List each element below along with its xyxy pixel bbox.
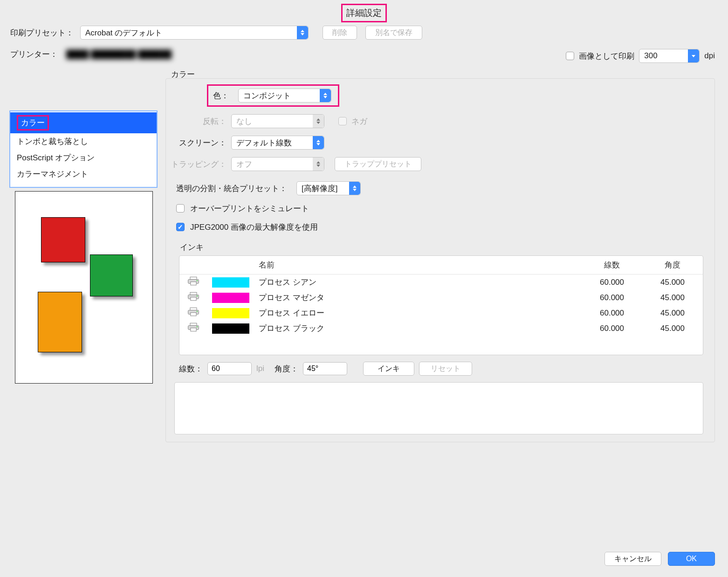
ink-swatch	[212, 308, 249, 318]
dialog-footer: キャンセル OK	[604, 552, 715, 566]
printer-icon	[187, 310, 200, 319]
color-select-highlight: 色： コンポジット	[207, 84, 339, 107]
flatten-select[interactable]: [高解像度]	[296, 181, 361, 195]
sidebar-item-postscript[interactable]: PostScript オプション	[10, 150, 157, 166]
svg-rect-2	[191, 282, 196, 285]
ink-table-container: 名前 線数 角度 プロセス シアン60.00045.000プロセス マゼンタ60…	[179, 255, 703, 355]
ink-name: プロセス イエロー	[254, 305, 582, 321]
sidebar-item-color[interactable]: カラー	[10, 112, 157, 133]
svg-rect-8	[190, 308, 197, 310]
preset-select[interactable]: Acrobat のデフォルト	[80, 26, 309, 40]
printer-name: ████ ████████ ██████	[66, 50, 172, 59]
message-box	[174, 382, 703, 434]
chevron-updown-icon	[320, 89, 331, 102]
trapping-select: オフ	[231, 157, 324, 171]
col-freq: 線数	[582, 256, 642, 275]
printer-row: プリンター： ████ ████████ ██████	[10, 49, 172, 60]
jpeg2000-checkbox[interactable]	[176, 223, 185, 231]
ink-name: プロセス シアン	[254, 275, 582, 290]
freq-input[interactable]	[207, 362, 252, 375]
preview-thumbnail	[15, 191, 153, 384]
printer-icon	[187, 325, 200, 334]
svg-rect-12	[190, 323, 197, 325]
preview-orange-rect	[38, 292, 82, 352]
print-as-image-row: 画像として印刷 300 dpi	[566, 49, 715, 63]
ink-button[interactable]: インキ	[363, 362, 414, 376]
ink-freq: 60.000	[582, 305, 642, 321]
color-value: コンポジット	[243, 90, 291, 101]
dpi-value: 300	[644, 51, 657, 61]
invert-value: なし	[236, 116, 252, 127]
sidebar-item-marks[interactable]: トンボと裁ち落とし	[10, 133, 157, 150]
angle-input[interactable]	[303, 362, 347, 375]
sidebar-list: カラー トンボと裁ち落とし PostScript オプション カラーマネジメント	[9, 110, 158, 188]
col-angle: 角度	[642, 256, 703, 275]
screen-label: スクリーン：	[166, 137, 231, 148]
trapping-value: オフ	[236, 159, 252, 170]
svg-point-3	[197, 280, 198, 281]
ink-angle: 45.000	[642, 305, 703, 321]
ok-button[interactable]: OK	[668, 552, 715, 566]
sidebar-item-colormgmt[interactable]: カラーマネジメント	[10, 166, 157, 182]
cancel-button[interactable]: キャンセル	[604, 552, 661, 566]
angle-label: 角度：	[275, 364, 298, 374]
overprint-checkbox[interactable]	[176, 204, 185, 213]
svg-rect-14	[191, 328, 196, 331]
overprint-label: オーバープリントをシミュレート	[190, 203, 309, 214]
trapping-label: トラッピング：	[166, 159, 231, 170]
preset-label: 印刷プリセット：	[10, 27, 74, 38]
ink-freq: 60.000	[582, 321, 642, 336]
ink-swatch	[212, 293, 249, 303]
ink-angle: 45.000	[642, 275, 703, 290]
reset-button: リセット	[419, 362, 472, 376]
svg-point-11	[197, 311, 198, 312]
ink-angle: 45.000	[642, 321, 703, 336]
chevron-updown-icon	[313, 115, 324, 128]
chevron-down-icon	[688, 49, 699, 62]
trap-preset-button: トラッププリセット	[335, 157, 421, 171]
ink-freq: 60.000	[582, 275, 642, 290]
chevron-updown-icon	[313, 158, 324, 171]
dpi-unit: dpi	[704, 51, 715, 61]
color-select[interactable]: コンポジット	[238, 89, 331, 103]
color-panel: 色： コンポジット 反転： なし ネガ スクリーン： デフォルト線数 トラッピン…	[165, 78, 715, 442]
dialog-title: 詳細設定	[341, 4, 387, 22]
ink-row[interactable]: プロセス ブラック60.00045.000	[179, 321, 703, 336]
invert-label: 反転：	[166, 116, 231, 127]
printer-icon	[187, 295, 200, 303]
svg-point-7	[197, 295, 198, 296]
jpeg2000-label: JPEG2000 画像の最大解像度を使用	[190, 222, 318, 233]
nega-checkbox	[338, 117, 347, 125]
ink-name: プロセス マゼンタ	[254, 290, 582, 305]
printer-icon	[187, 279, 200, 288]
svg-point-15	[197, 326, 198, 327]
flatten-value: [高解像度]	[302, 183, 337, 194]
ink-row[interactable]: プロセス マゼンタ60.00045.000	[179, 290, 703, 305]
chevron-updown-icon	[297, 26, 308, 39]
ink-row[interactable]: プロセス シアン60.00045.000	[179, 275, 703, 290]
print-as-image-label: 画像として印刷	[579, 51, 634, 62]
svg-rect-6	[191, 297, 196, 301]
ink-name: プロセス ブラック	[254, 321, 582, 336]
screen-select[interactable]: デフォルト線数	[231, 136, 324, 150]
freq-label: 線数：	[179, 364, 203, 374]
ink-section-label: インキ	[180, 242, 714, 253]
chevron-updown-icon	[349, 182, 360, 195]
ink-angle: 45.000	[642, 290, 703, 305]
dpi-select[interactable]: 300	[639, 49, 700, 63]
screen-value: デフォルト線数	[236, 137, 292, 148]
ink-row[interactable]: プロセス イエロー60.00045.000	[179, 305, 703, 321]
ink-header-row: 名前 線数 角度	[179, 256, 703, 275]
preset-value: Acrobat のデフォルト	[85, 27, 162, 38]
print-as-image-checkbox[interactable]	[566, 52, 574, 60]
ink-freq: 60.000	[582, 290, 642, 305]
chevron-updown-icon	[313, 136, 324, 149]
printer-label: プリンター：	[10, 49, 58, 60]
svg-rect-10	[191, 313, 196, 316]
save-as-button[interactable]: 別名で保存	[365, 26, 422, 40]
nega-label: ネガ	[351, 116, 367, 127]
svg-rect-4	[190, 292, 197, 295]
ink-swatch	[212, 277, 249, 288]
delete-button[interactable]: 削除	[323, 26, 357, 40]
col-name: 名前	[254, 256, 582, 275]
